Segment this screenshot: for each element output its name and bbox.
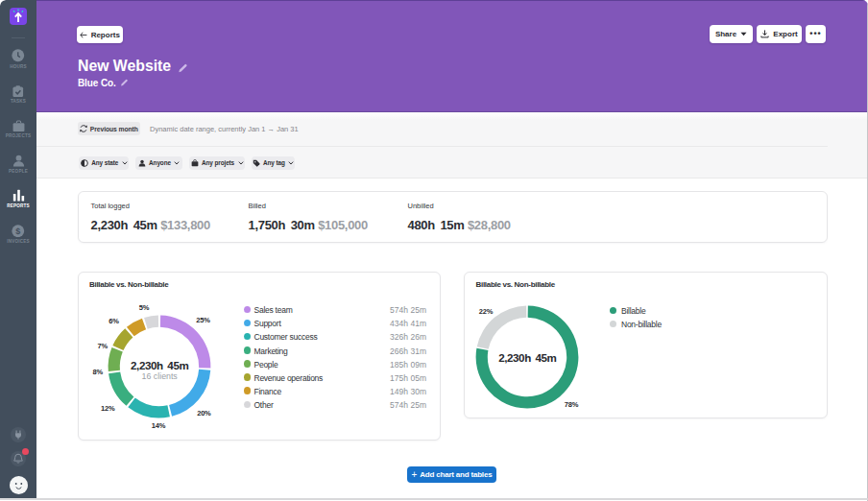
svg-text:$: $	[15, 226, 20, 235]
